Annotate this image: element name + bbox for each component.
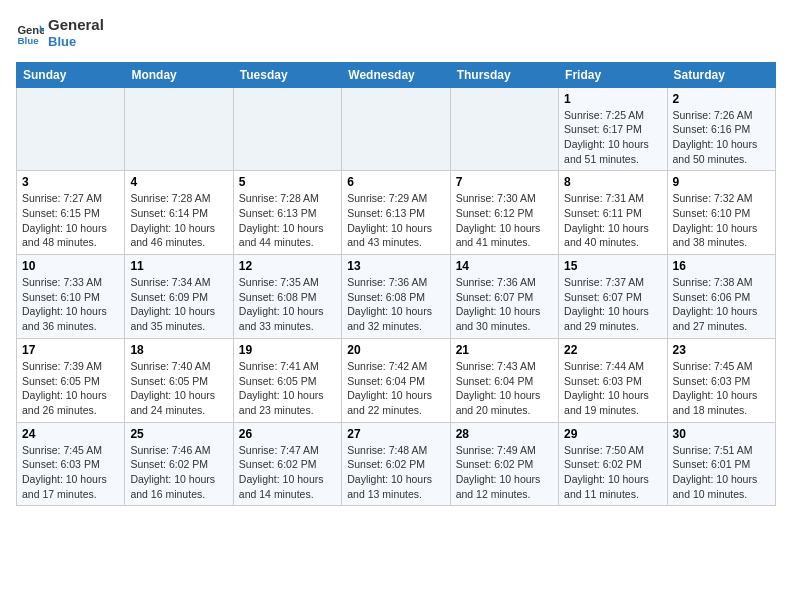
day-info: Sunrise: 7:41 AM Sunset: 6:05 PM Dayligh… xyxy=(239,359,336,418)
day-cell: 28Sunrise: 7:49 AM Sunset: 6:02 PM Dayli… xyxy=(450,422,558,506)
day-number: 25 xyxy=(130,427,227,441)
day-cell: 3Sunrise: 7:27 AM Sunset: 6:15 PM Daylig… xyxy=(17,171,125,255)
calendar-header: SundayMondayTuesdayWednesdayThursdayFrid… xyxy=(17,62,776,87)
day-info: Sunrise: 7:29 AM Sunset: 6:13 PM Dayligh… xyxy=(347,191,444,250)
day-info: Sunrise: 7:48 AM Sunset: 6:02 PM Dayligh… xyxy=(347,443,444,502)
day-info: Sunrise: 7:40 AM Sunset: 6:05 PM Dayligh… xyxy=(130,359,227,418)
day-cell: 11Sunrise: 7:34 AM Sunset: 6:09 PM Dayli… xyxy=(125,255,233,339)
day-info: Sunrise: 7:51 AM Sunset: 6:01 PM Dayligh… xyxy=(673,443,770,502)
day-number: 9 xyxy=(673,175,770,189)
day-info: Sunrise: 7:45 AM Sunset: 6:03 PM Dayligh… xyxy=(22,443,119,502)
logo-text-general: General xyxy=(48,16,104,34)
day-number: 27 xyxy=(347,427,444,441)
day-number: 14 xyxy=(456,259,553,273)
calendar-table: SundayMondayTuesdayWednesdayThursdayFrid… xyxy=(16,62,776,507)
day-info: Sunrise: 7:30 AM Sunset: 6:12 PM Dayligh… xyxy=(456,191,553,250)
header-row: SundayMondayTuesdayWednesdayThursdayFrid… xyxy=(17,62,776,87)
week-row-2: 3Sunrise: 7:27 AM Sunset: 6:15 PM Daylig… xyxy=(17,171,776,255)
day-number: 17 xyxy=(22,343,119,357)
day-number: 29 xyxy=(564,427,661,441)
day-cell: 24Sunrise: 7:45 AM Sunset: 6:03 PM Dayli… xyxy=(17,422,125,506)
day-number: 11 xyxy=(130,259,227,273)
day-info: Sunrise: 7:47 AM Sunset: 6:02 PM Dayligh… xyxy=(239,443,336,502)
day-cell: 18Sunrise: 7:40 AM Sunset: 6:05 PM Dayli… xyxy=(125,338,233,422)
day-info: Sunrise: 7:50 AM Sunset: 6:02 PM Dayligh… xyxy=(564,443,661,502)
day-cell: 25Sunrise: 7:46 AM Sunset: 6:02 PM Dayli… xyxy=(125,422,233,506)
day-cell: 5Sunrise: 7:28 AM Sunset: 6:13 PM Daylig… xyxy=(233,171,341,255)
day-number: 18 xyxy=(130,343,227,357)
day-cell: 26Sunrise: 7:47 AM Sunset: 6:02 PM Dayli… xyxy=(233,422,341,506)
day-cell: 30Sunrise: 7:51 AM Sunset: 6:01 PM Dayli… xyxy=(667,422,775,506)
week-row-4: 17Sunrise: 7:39 AM Sunset: 6:05 PM Dayli… xyxy=(17,338,776,422)
day-cell: 7Sunrise: 7:30 AM Sunset: 6:12 PM Daylig… xyxy=(450,171,558,255)
day-cell: 14Sunrise: 7:36 AM Sunset: 6:07 PM Dayli… xyxy=(450,255,558,339)
day-cell: 10Sunrise: 7:33 AM Sunset: 6:10 PM Dayli… xyxy=(17,255,125,339)
day-info: Sunrise: 7:38 AM Sunset: 6:06 PM Dayligh… xyxy=(673,275,770,334)
day-number: 7 xyxy=(456,175,553,189)
day-info: Sunrise: 7:39 AM Sunset: 6:05 PM Dayligh… xyxy=(22,359,119,418)
day-cell: 4Sunrise: 7:28 AM Sunset: 6:14 PM Daylig… xyxy=(125,171,233,255)
day-cell: 17Sunrise: 7:39 AM Sunset: 6:05 PM Dayli… xyxy=(17,338,125,422)
day-info: Sunrise: 7:33 AM Sunset: 6:10 PM Dayligh… xyxy=(22,275,119,334)
day-cell: 2Sunrise: 7:26 AM Sunset: 6:16 PM Daylig… xyxy=(667,87,775,171)
week-row-1: 1Sunrise: 7:25 AM Sunset: 6:17 PM Daylig… xyxy=(17,87,776,171)
day-info: Sunrise: 7:37 AM Sunset: 6:07 PM Dayligh… xyxy=(564,275,661,334)
day-number: 21 xyxy=(456,343,553,357)
day-info: Sunrise: 7:27 AM Sunset: 6:15 PM Dayligh… xyxy=(22,191,119,250)
day-cell: 6Sunrise: 7:29 AM Sunset: 6:13 PM Daylig… xyxy=(342,171,450,255)
logo: General Blue General Blue xyxy=(16,16,104,50)
day-info: Sunrise: 7:26 AM Sunset: 6:16 PM Dayligh… xyxy=(673,108,770,167)
day-cell: 8Sunrise: 7:31 AM Sunset: 6:11 PM Daylig… xyxy=(559,171,667,255)
day-info: Sunrise: 7:42 AM Sunset: 6:04 PM Dayligh… xyxy=(347,359,444,418)
day-number: 28 xyxy=(456,427,553,441)
day-number: 2 xyxy=(673,92,770,106)
day-cell: 1Sunrise: 7:25 AM Sunset: 6:17 PM Daylig… xyxy=(559,87,667,171)
day-number: 5 xyxy=(239,175,336,189)
day-cell: 15Sunrise: 7:37 AM Sunset: 6:07 PM Dayli… xyxy=(559,255,667,339)
day-info: Sunrise: 7:46 AM Sunset: 6:02 PM Dayligh… xyxy=(130,443,227,502)
day-cell: 22Sunrise: 7:44 AM Sunset: 6:03 PM Dayli… xyxy=(559,338,667,422)
day-info: Sunrise: 7:35 AM Sunset: 6:08 PM Dayligh… xyxy=(239,275,336,334)
day-number: 8 xyxy=(564,175,661,189)
day-cell xyxy=(342,87,450,171)
calendar-body: 1Sunrise: 7:25 AM Sunset: 6:17 PM Daylig… xyxy=(17,87,776,506)
header-cell-thursday: Thursday xyxy=(450,62,558,87)
day-info: Sunrise: 7:44 AM Sunset: 6:03 PM Dayligh… xyxy=(564,359,661,418)
day-number: 12 xyxy=(239,259,336,273)
day-number: 6 xyxy=(347,175,444,189)
day-info: Sunrise: 7:45 AM Sunset: 6:03 PM Dayligh… xyxy=(673,359,770,418)
day-info: Sunrise: 7:25 AM Sunset: 6:17 PM Dayligh… xyxy=(564,108,661,167)
day-number: 15 xyxy=(564,259,661,273)
day-number: 19 xyxy=(239,343,336,357)
day-cell xyxy=(17,87,125,171)
day-number: 24 xyxy=(22,427,119,441)
day-info: Sunrise: 7:36 AM Sunset: 6:07 PM Dayligh… xyxy=(456,275,553,334)
day-cell: 16Sunrise: 7:38 AM Sunset: 6:06 PM Dayli… xyxy=(667,255,775,339)
day-info: Sunrise: 7:31 AM Sunset: 6:11 PM Dayligh… xyxy=(564,191,661,250)
day-cell xyxy=(125,87,233,171)
header-cell-tuesday: Tuesday xyxy=(233,62,341,87)
day-number: 23 xyxy=(673,343,770,357)
header-cell-saturday: Saturday xyxy=(667,62,775,87)
day-info: Sunrise: 7:28 AM Sunset: 6:14 PM Dayligh… xyxy=(130,191,227,250)
day-info: Sunrise: 7:49 AM Sunset: 6:02 PM Dayligh… xyxy=(456,443,553,502)
day-cell: 9Sunrise: 7:32 AM Sunset: 6:10 PM Daylig… xyxy=(667,171,775,255)
day-cell: 29Sunrise: 7:50 AM Sunset: 6:02 PM Dayli… xyxy=(559,422,667,506)
svg-text:Blue: Blue xyxy=(17,35,39,46)
day-cell xyxy=(233,87,341,171)
header-cell-wednesday: Wednesday xyxy=(342,62,450,87)
logo-icon: General Blue xyxy=(16,19,44,47)
day-info: Sunrise: 7:36 AM Sunset: 6:08 PM Dayligh… xyxy=(347,275,444,334)
page-header: General Blue General Blue xyxy=(16,16,776,50)
day-number: 22 xyxy=(564,343,661,357)
day-info: Sunrise: 7:34 AM Sunset: 6:09 PM Dayligh… xyxy=(130,275,227,334)
day-cell xyxy=(450,87,558,171)
day-cell: 20Sunrise: 7:42 AM Sunset: 6:04 PM Dayli… xyxy=(342,338,450,422)
day-number: 20 xyxy=(347,343,444,357)
day-cell: 27Sunrise: 7:48 AM Sunset: 6:02 PM Dayli… xyxy=(342,422,450,506)
header-cell-friday: Friday xyxy=(559,62,667,87)
week-row-3: 10Sunrise: 7:33 AM Sunset: 6:10 PM Dayli… xyxy=(17,255,776,339)
day-number: 30 xyxy=(673,427,770,441)
day-number: 26 xyxy=(239,427,336,441)
week-row-5: 24Sunrise: 7:45 AM Sunset: 6:03 PM Dayli… xyxy=(17,422,776,506)
